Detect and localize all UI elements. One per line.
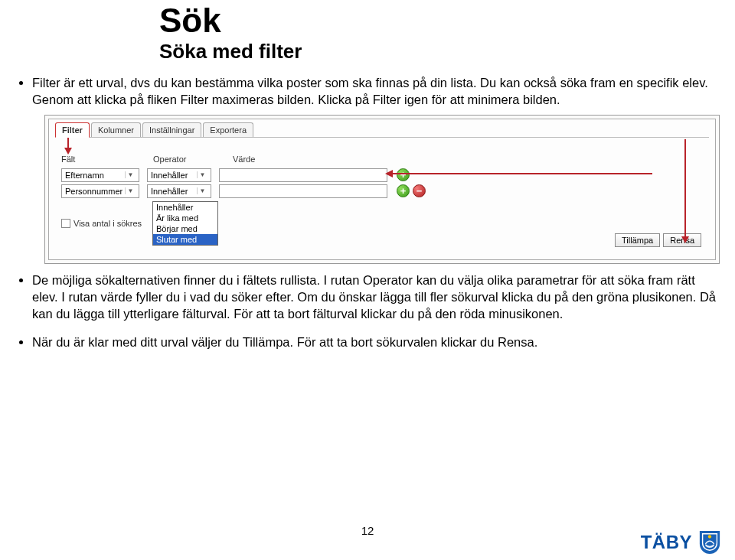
page-number: 12 [361,524,374,537]
apply-button[interactable]: Tillämpa [615,233,660,247]
operator-select-1[interactable]: Innehåller ▼ [147,168,211,182]
add-row-button[interactable]: + [397,168,410,181]
annotation-arrow-apply [684,139,686,237]
logo-text: TÄBY [641,532,692,553]
filter-panel-screenshot: Filter Kolumner Inställningar Exportera … [44,115,720,264]
field-select-2[interactable]: Personnummer ▼ [61,184,139,198]
filter-panel-inner: Filter Kolumner Inställningar Exportera … [48,119,716,260]
value-input-1[interactable] [219,168,387,182]
field-select-1[interactable]: Efternamn ▼ [61,168,139,182]
remove-row-button[interactable]: − [413,184,426,197]
operator-select-1-value: Innehåller [151,171,188,180]
tab-filter[interactable]: Filter [55,122,90,138]
show-count-label: Visa antal i sökres [74,219,142,228]
field-select-2-value: Personnummer [65,187,122,196]
chevron-down-icon: ▼ [125,187,136,194]
operator-option-ar-lika-med[interactable]: Är lika med [153,213,217,223]
annotation-arrow-plus [392,173,652,174]
page-subtitle: Söka med filter [159,40,717,63]
tab-installningar[interactable]: Inställningar [142,122,201,138]
filter-row-2: Personnummer ▼ Innehåller ▼ + − [61,184,709,198]
filter-body: Fält Operator Värde Efternamn ▼ Innehåll… [55,141,709,253]
tab-exportera[interactable]: Exportera [203,122,253,138]
show-count-checkbox[interactable] [61,219,70,228]
header-operator: Operator [153,155,233,164]
svg-point-0 [708,535,711,538]
footer-logo: TÄBY [641,529,721,555]
paragraph-3: När du är klar med ditt urval väljer du … [32,334,717,350]
paragraph-2: De möjliga sökalternativen finner du i f… [32,272,717,323]
chevron-down-icon: ▼ [125,171,136,178]
operator-option-innehaller[interactable]: Innehåller [153,202,217,213]
operator-dropdown-open: Innehåller Är lika med Börjar med Slutar… [152,201,218,246]
header-varde: Värde [233,155,355,164]
operator-option-slutar-med[interactable]: Slutar med [153,234,217,245]
chevron-down-icon: ▼ [197,187,207,194]
paragraph-1: Filter är ett urval, dvs du kan bestämma… [32,74,717,109]
shield-icon [698,529,721,555]
field-select-1-value: Efternamn [65,171,104,180]
header-falt: Fält [61,155,153,164]
add-row-button[interactable]: + [397,184,410,197]
tab-baseline [55,137,709,138]
operator-select-2-value: Innehåller [151,187,188,196]
tab-kolumner[interactable]: Kolumner [91,122,141,138]
operator-option-borjar-med[interactable]: Börjar med [153,223,217,234]
column-headers: Fält Operator Värde [61,155,709,164]
chevron-down-icon: ▼ [197,171,207,178]
page-title: Sök [159,3,717,38]
value-input-2[interactable] [219,184,387,198]
operator-select-2[interactable]: Innehåller ▼ [147,184,211,198]
show-count-checkbox-row: Visa antal i sökres [61,219,142,228]
tab-bar: Filter Kolumner Inställningar Exportera [49,119,715,138]
